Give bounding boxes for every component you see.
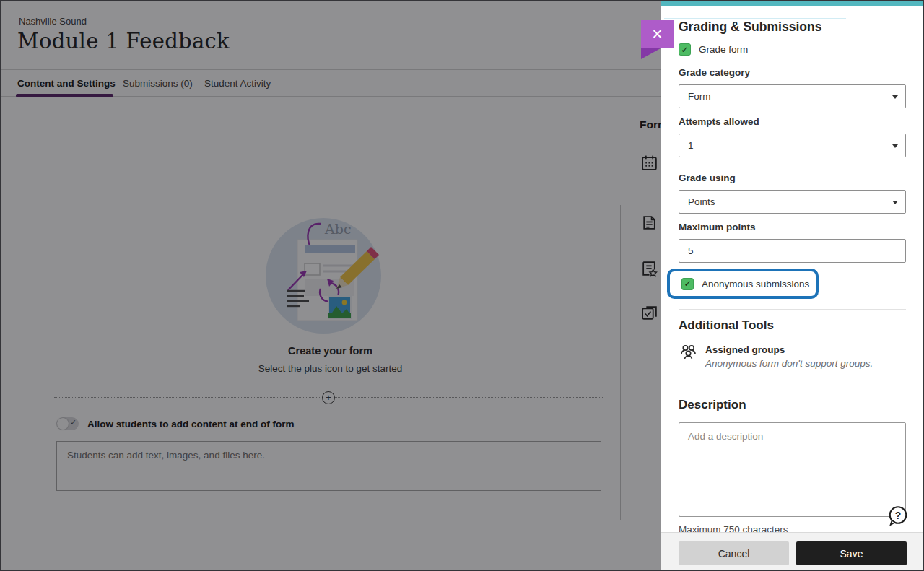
- panel-footer: Cancel Save: [661, 532, 924, 571]
- section-divider: [679, 383, 906, 383]
- anonymous-submissions-highlight: ✓ Anonymous submissions: [667, 269, 819, 299]
- maximum-points-input[interactable]: [679, 239, 906, 263]
- grade-category-select[interactable]: Form: [679, 84, 906, 108]
- chevron-down-icon: [892, 95, 898, 99]
- panel-accent-bar: [661, 1, 924, 6]
- assigned-groups-note: Anonymous form don't support groups.: [705, 358, 873, 369]
- grading-section-title: Grading & Submissions: [679, 19, 821, 35]
- grade-category-value: Form: [688, 91, 711, 102]
- maximum-points-label: Maximum points: [679, 222, 756, 232]
- help-icon[interactable]: ?: [887, 505, 908, 526]
- assigned-groups-icon: [680, 344, 697, 361]
- section-divider: [679, 309, 906, 310]
- close-button-fold: [641, 48, 661, 59]
- assigned-groups-label[interactable]: Assigned groups: [705, 344, 785, 355]
- grade-using-label: Grade using: [679, 173, 736, 183]
- chevron-down-icon: [892, 201, 898, 204]
- attempts-allowed-label: Attempts allowed: [679, 116, 759, 127]
- description-title: Description: [679, 398, 746, 412]
- grade-form-checkbox[interactable]: ✓: [679, 43, 691, 56]
- cancel-button[interactable]: Cancel: [679, 541, 789, 565]
- grade-form-checkbox-row[interactable]: ✓ Grade form: [679, 43, 748, 56]
- anonymous-submissions-label: Anonymous submissions: [702, 279, 809, 289]
- attempts-allowed-select[interactable]: 1: [679, 134, 906, 157]
- anonymous-submissions-checkbox[interactable]: ✓: [681, 278, 694, 290]
- anonymous-submissions-row[interactable]: ✓ Anonymous submissions: [681, 278, 809, 290]
- grade-using-value: Points: [688, 196, 715, 207]
- panel-top-divider: [664, 18, 846, 19]
- grade-form-label: Grade form: [699, 44, 748, 55]
- form-settings-panel: Grading & Submissions ✓ Grade form Grade…: [661, 0, 924, 571]
- modal-backdrop[interactable]: [0, 0, 661, 571]
- chevron-down-icon: [892, 144, 898, 148]
- help-question-glyph: ?: [895, 510, 902, 521]
- description-textarea[interactable]: [679, 422, 906, 517]
- close-panel-button[interactable]: ✕: [641, 20, 674, 48]
- save-button[interactable]: Save: [796, 541, 907, 565]
- grade-category-label: Grade category: [679, 67, 750, 78]
- grade-using-select[interactable]: Points: [679, 190, 906, 214]
- app-window: Nashville Sound Module 1 Feedback Conten…: [0, 0, 924, 571]
- attempts-allowed-value: 1: [688, 140, 694, 151]
- additional-tools-title: Additional Tools: [679, 318, 774, 333]
